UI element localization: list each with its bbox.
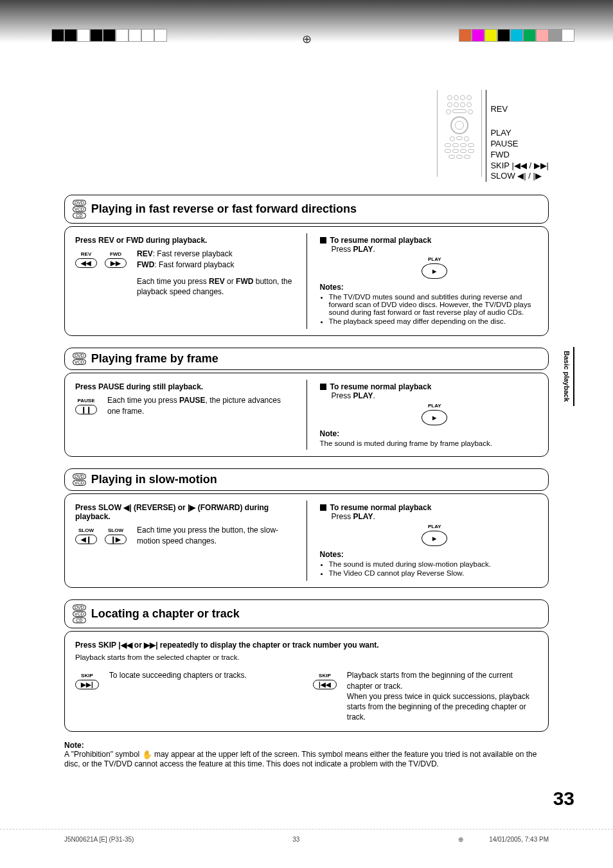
section1-resume-heading: To resume normal playback	[320, 236, 538, 245]
play-button-icon: PLAY ▶	[332, 403, 538, 425]
slow-fwd-button-icon: SLOW ❙▶	[105, 527, 127, 544]
side-tab-label: Basic playback	[560, 347, 574, 406]
crop-color-blocks-right	[459, 29, 574, 42]
section4-body: Press SKIP |◀◀ or ▶▶| repeatedly to disp…	[64, 631, 549, 732]
notes-label: Notes:	[320, 283, 538, 292]
play-button-icon: PLAY ▶	[332, 256, 538, 279]
rev-fwd-buttons: REV ◀◀ FWD ▶▶	[75, 249, 127, 268]
pause-button-icon: PAUSE ❙❙	[75, 398, 97, 414]
section4-instruction: Press SKIP |◀◀ or ▶▶| repeatedly to disp…	[75, 641, 538, 650]
remote-label-skip: SKIP |◀◀ / ▶▶|	[490, 161, 549, 172]
section2-heading: DVD VCD Playing frame by frame	[64, 348, 549, 370]
notes-label: Notes:	[320, 550, 538, 559]
section4-title: Locating a chapter or track	[91, 607, 240, 621]
prohibition-hand-icon: ✋	[142, 750, 152, 759]
disc-badges: DVD VCD	[73, 352, 86, 366]
rev-button-icon: REV ◀◀	[75, 251, 97, 268]
remote-diagram	[437, 90, 482, 177]
remote-label-play: PLAY	[490, 128, 549, 139]
section1-instruction: Press REV or FWD during playback.	[75, 236, 294, 245]
crop-mark-icon: ⊕	[302, 32, 312, 46]
section2-resume-heading: To resume normal playback	[320, 382, 538, 391]
fwd-button-icon: FWD ▶▶	[105, 251, 127, 268]
section3-notes: The sound is muted during slow-motion pl…	[329, 560, 538, 577]
section1-notes: The TV/DVD mutes sound and subtitles dur…	[329, 293, 538, 325]
remote-reference-block: REV PLAY PAUSE FWD SKIP |◀◀ / ▶▶| SLOW ◀…	[64, 90, 549, 182]
crop-color-blocks-left	[51, 29, 167, 42]
page-content: Basic playback REV PLAY PAUSE FWD SKIP |…	[0, 71, 613, 829]
crop-mark-icon: ⊕	[458, 836, 463, 843]
section2-body: Press PAUSE during still playback. PAUSE…	[64, 373, 549, 457]
page-number: 33	[64, 788, 574, 810]
slow-buttons: SLOW ◀❙ SLOW ❙▶	[75, 525, 127, 544]
section3-heading: DVD VCD Playing in slow-motion	[64, 468, 549, 491]
disc-badges: DVD VCD CD	[73, 604, 86, 624]
remote-label-list: REV PLAY PAUSE FWD SKIP |◀◀ / ▶▶| SLOW ◀…	[486, 90, 549, 182]
section1-heading: DVD VCD CD Playing in fast reverse or fa…	[64, 195, 549, 224]
remote-label-rev: REV	[490, 104, 549, 115]
section1-title: Playing in fast reverse or fast forward …	[91, 202, 357, 216]
crop-footer: J5N00621A [E] (P31-35) 33 ⊕ 14/01/2005, …	[0, 829, 613, 856]
note-label: Note:	[320, 429, 538, 438]
section3-title: Playing in slow-motion	[91, 473, 217, 486]
skip-prev-button-icon: SKIP |◀◀	[313, 673, 337, 689]
slow-rev-button-icon: SLOW ◀❙	[75, 527, 97, 544]
section2-title: Playing frame by frame	[91, 352, 218, 366]
footer-center: 33	[292, 836, 299, 843]
page-footnote: Note: A "Prohibition" symbol ✋ may appea…	[64, 741, 549, 768]
section1-body: Press REV or FWD during playback. REV ◀◀…	[64, 226, 549, 336]
footer-doc-id: J5N00621A [E] (P31-35)	[64, 836, 134, 843]
disc-badges: DVD VCD	[73, 473, 86, 486]
section2-note: The sound is muted during frame by frame…	[320, 439, 538, 447]
remote-label-pause: PAUSE	[490, 139, 549, 150]
remote-label-slow: SLOW ◀| / |▶	[490, 171, 549, 182]
section3-instruction: Press SLOW ◀| (REVERSE) or |▶ (FORWARD) …	[75, 503, 294, 521]
play-button-icon: PLAY ▶	[332, 524, 538, 546]
section3-resume-heading: To resume normal playback	[320, 503, 538, 512]
footer-timestamp: 14/01/2005, 7:43 PM	[489, 836, 549, 843]
section4-heading: DVD VCD CD Locating a chapter or track	[64, 599, 549, 628]
top-crop-gradient: ⊕	[0, 0, 613, 71]
section4-subline: Playback starts from the selected chapte…	[75, 653, 538, 661]
disc-badges: DVD VCD CD	[73, 199, 86, 219]
skip-next-button-icon: SKIP ▶▶|	[75, 673, 99, 689]
section2-instruction: Press PAUSE during still playback.	[75, 382, 294, 391]
remote-label-fwd: FWD	[490, 150, 549, 161]
section3-body: Press SLOW ◀| (REVERSE) or |▶ (FORWARD) …	[64, 493, 549, 588]
